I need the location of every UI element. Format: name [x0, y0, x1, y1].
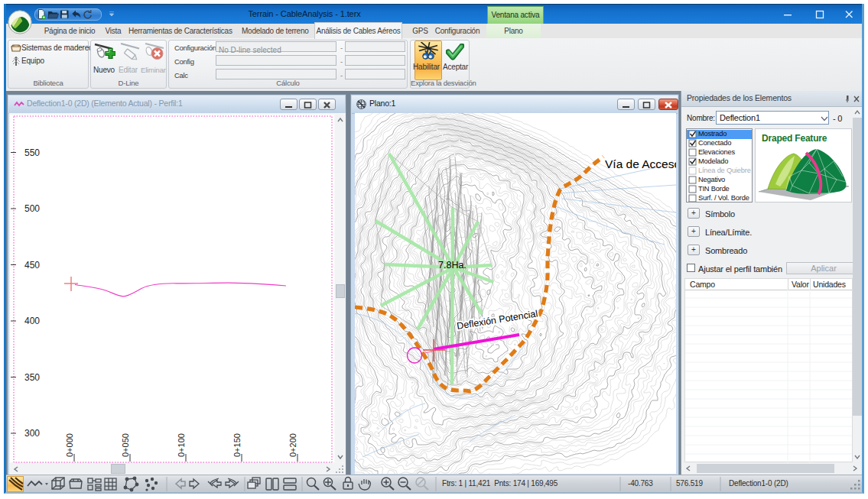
svg-text:500: 500	[24, 203, 40, 214]
svg-text:0+150: 0+150	[232, 433, 242, 457]
svg-text:0+050: 0+050	[121, 433, 130, 457]
svg-text:300: 300	[24, 428, 40, 439]
svg-text:0+200: 0+200	[288, 433, 297, 457]
svg-text:0+000: 0+000	[65, 433, 74, 457]
svg-text:450: 450	[24, 260, 40, 271]
svg-text:400: 400	[24, 316, 40, 326]
svg-text:Vía de Acceso: Vía de Acceso	[605, 157, 676, 170]
svg-text:350: 350	[24, 372, 40, 383]
svg-text:7.8Ha.: 7.8Ha.	[438, 260, 467, 271]
svg-text:Deflexión Potencial: Deflexión Potencial	[456, 308, 538, 332]
svg-text:550: 550	[24, 147, 40, 158]
svg-text:0+100: 0+100	[177, 433, 186, 457]
